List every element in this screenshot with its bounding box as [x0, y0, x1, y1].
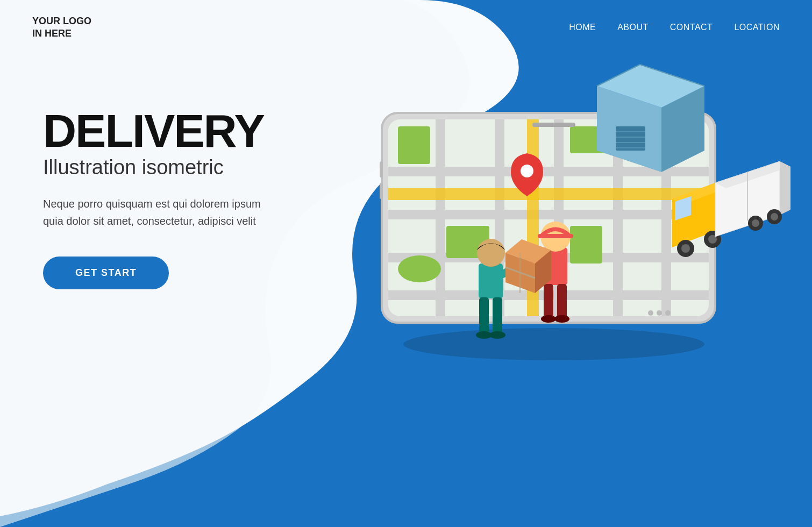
svg-rect-57	[538, 234, 573, 238]
main-illustration	[339, 43, 801, 462]
nav-link-location[interactable]: LOCATION	[734, 23, 780, 32]
svg-point-60	[541, 315, 556, 323]
svg-point-20	[398, 255, 441, 282]
svg-rect-26	[380, 183, 383, 199]
svg-rect-16	[398, 126, 430, 164]
navigation: YOUR LOGO IN HERE HOME ABOUT CONTACT LOC…	[0, 0, 812, 40]
cta-button[interactable]: GET START	[43, 257, 169, 289]
svg-rect-9	[436, 119, 445, 316]
svg-rect-62	[479, 264, 503, 298]
svg-point-54	[771, 213, 778, 220]
page-wrapper: YOUR LOGO IN HERE HOME ABOUT CONTACT LOC…	[0, 0, 812, 527]
svg-point-22	[648, 310, 653, 316]
svg-rect-65	[493, 297, 502, 335]
hero-title: DELIVERY	[43, 108, 280, 154]
svg-rect-59	[557, 284, 567, 319]
svg-rect-21	[532, 123, 575, 127]
svg-point-63	[477, 239, 505, 267]
svg-point-52	[752, 219, 759, 227]
nav-item-home[interactable]: HOME	[569, 23, 596, 32]
svg-point-61	[554, 315, 569, 323]
logo-line1: YOUR LOGO	[32, 16, 91, 26]
svg-rect-14	[388, 188, 709, 200]
nav-link-about[interactable]: ABOUT	[617, 23, 649, 32]
svg-rect-19	[570, 226, 602, 264]
hero-content: DELIVERY Illustration isometric Neque po…	[43, 108, 280, 289]
svg-rect-58	[544, 284, 553, 319]
logo: YOUR LOGO IN HERE	[32, 15, 91, 40]
svg-point-23	[657, 310, 662, 316]
nav-link-home[interactable]: HOME	[569, 23, 596, 32]
svg-point-27	[521, 165, 533, 177]
nav-links: HOME ABOUT CONTACT LOCATION	[569, 23, 780, 32]
nav-item-contact[interactable]: CONTACT	[670, 23, 713, 32]
svg-point-67	[489, 331, 505, 339]
nav-item-about[interactable]: ABOUT	[617, 23, 649, 32]
nav-link-contact[interactable]: CONTACT	[670, 23, 713, 32]
logo-line2: IN HERE	[32, 28, 72, 39]
svg-rect-33	[616, 126, 645, 151]
svg-point-43	[681, 244, 690, 253]
svg-point-1	[403, 328, 704, 360]
svg-marker-48	[780, 161, 790, 215]
nav-item-location[interactable]: LOCATION	[734, 23, 780, 32]
hero-description: Neque porro quisquam est qui dolorem ips…	[43, 195, 280, 230]
svg-point-24	[665, 310, 671, 316]
hero-subtitle: Illustration isometric	[43, 156, 280, 179]
svg-rect-64	[479, 297, 489, 335]
svg-rect-25	[380, 161, 383, 177]
